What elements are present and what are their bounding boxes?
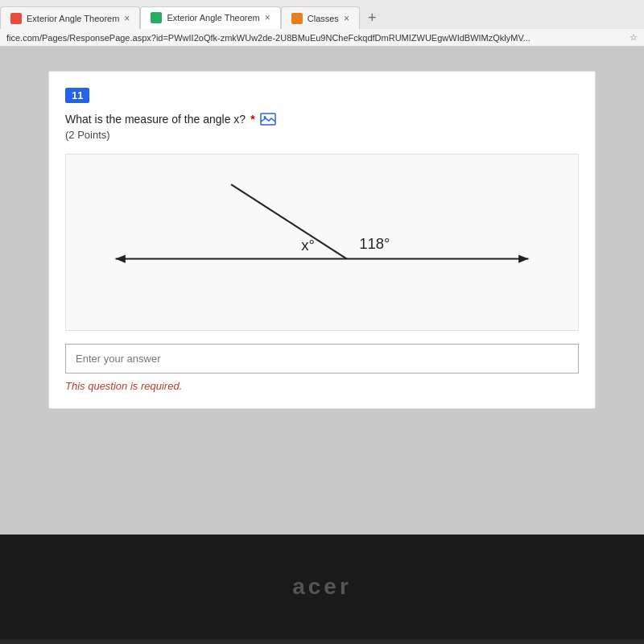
angle-diagram: x° 118° — [66, 155, 578, 330]
tab-2-close[interactable]: × — [265, 12, 270, 23]
tab-3-icon — [291, 13, 303, 24]
question-text: What is the measure of the angle x? * — [65, 113, 579, 126]
new-tab-button[interactable]: + — [360, 6, 385, 29]
angle-x-label: x° — [301, 237, 315, 254]
url-text: fice.com/Pages/ResponsePage.aspx?id=PWwI… — [6, 33, 530, 43]
angle-118-label: 118° — [359, 235, 390, 252]
question-points: (2 Points) — [65, 129, 579, 141]
image-icon — [260, 113, 276, 126]
tab-2-label: Exterior Angle Theorem — [167, 13, 259, 23]
tab-3-label: Classes — [308, 14, 339, 23]
tab-3[interactable]: Classes × — [281, 6, 360, 29]
tab-2-icon — [151, 12, 162, 23]
answer-input[interactable] — [65, 344, 579, 374]
tab-bar: Exterior Angle Theorem × Exterior Angle … — [0, 0, 384, 29]
svg-marker-4 — [518, 254, 528, 262]
required-star: * — [250, 113, 254, 126]
diagram-container: x° 118° — [65, 154, 579, 331]
svg-marker-3 — [116, 254, 126, 262]
question-number-badge: 11 — [65, 88, 89, 103]
tab-1-close[interactable]: × — [124, 13, 130, 24]
address-bar: fice.com/Pages/ResponsePage.aspx?id=PWwI… — [0, 29, 644, 47]
acer-logo: acer — [292, 574, 352, 600]
svg-line-5 — [231, 184, 347, 258]
page-content: 11 What is the measure of the angle x? *… — [0, 47, 644, 639]
tab-1-icon — [10, 13, 22, 24]
laptop-bottom: acer — [0, 535, 644, 639]
tab-3-close[interactable]: × — [344, 13, 349, 24]
tab-2[interactable]: Exterior Angle Theorem × — [140, 6, 280, 29]
bookmark-icon[interactable]: ☆ — [630, 32, 638, 43]
question-label: What is the measure of the angle x? — [65, 113, 246, 126]
tab-1-label: Exterior Angle Theorem — [27, 14, 119, 23]
question-card: 11 What is the measure of the angle x? *… — [48, 71, 596, 409]
browser-chrome: Exterior Angle Theorem × Exterior Angle … — [0, 0, 644, 29]
tab-1[interactable]: Exterior Angle Theorem × — [0, 6, 140, 29]
required-message: This question is required. — [65, 380, 579, 392]
